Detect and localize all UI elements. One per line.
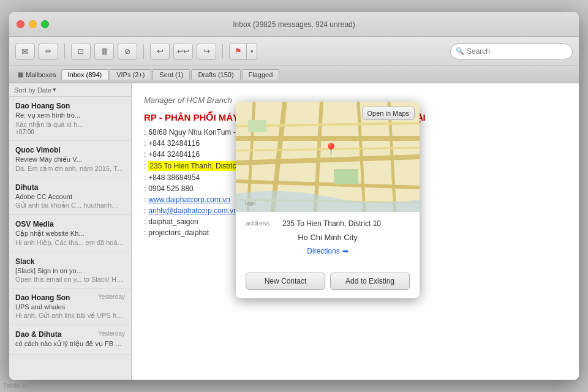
email-subject: Adobe CC Account xyxy=(15,193,125,200)
sort-arrow: ▾ xyxy=(53,86,56,94)
tab-drafts[interactable]: Drafts (150) xyxy=(191,69,240,80)
email-subject: Review Máy chiếu V... xyxy=(15,156,125,164)
list-item[interactable]: Yesterday Dao & Dihuta có cách nào xử lý… xyxy=(9,325,131,355)
email-body: Manager of HCM Branch RP - PHÂN PHỐI MÁY… xyxy=(132,83,579,380)
flag-icon: ⚑ xyxy=(230,43,247,60)
map-action-buttons: New Contact Add to Existing xyxy=(236,268,420,298)
email-sender: Slack xyxy=(15,257,125,266)
svg-rect-12 xyxy=(334,169,358,184)
email-date: Yesterday xyxy=(98,293,125,300)
main-content: Sort by Date ▾ Dao Hoang Son Re: vụ xem … xyxy=(9,83,579,380)
svg-text:Legal: Legal xyxy=(245,201,256,206)
list-item[interactable]: Quoc Vimobi Review Máy chiếu V... Da. Em… xyxy=(9,141,131,178)
list-item[interactable]: Dao Hoang Son Re: vụ xem hình tro... Xác… xyxy=(9,97,131,141)
website-link[interactable]: www.daiphatcorp.com.vn xyxy=(148,195,230,204)
search-bar[interactable]: 🔍 xyxy=(450,43,573,59)
map-popup: Legal Open in Maps 📍 address 235 To Hien… xyxy=(236,102,420,298)
mailboxes-grid-icon: ▦ xyxy=(18,71,23,78)
email-subject: có cách nào xử lý triệu đề vụ FB không..… xyxy=(15,340,125,348)
email-preview: Open this email on y... to Slack! Hello … xyxy=(15,276,125,283)
flag-dropdown-arrow[interactable]: ▾ xyxy=(247,43,257,60)
separator3 xyxy=(222,44,223,59)
email-preview: Xác nhận là quá xí h... xyxy=(15,121,125,129)
email-date: +07:00 xyxy=(15,129,125,135)
email-preview: Da. Em cảm ơn anh, năm 2015, Trần Mạn... xyxy=(15,165,125,173)
pencil-button[interactable]: ✏ xyxy=(39,43,58,60)
map-address-label: address xyxy=(246,219,276,228)
svg-rect-13 xyxy=(248,120,266,132)
list-item[interactable]: OSV Media Cập nhật website Kh... Hi anh … xyxy=(9,215,131,252)
tab-flagged[interactable]: Flagged xyxy=(242,69,280,80)
sort-bar[interactable]: Sort by Date ▾ xyxy=(9,83,131,97)
minimize-button[interactable] xyxy=(29,20,37,28)
email-subject: Re: vụ xem hình tro... xyxy=(15,111,125,119)
mailboxes-label: Mailboxes xyxy=(26,71,56,78)
email-date: Yesterday xyxy=(98,330,125,337)
window-title: Inbox (39825 messages, 924 unread) xyxy=(233,20,355,29)
toolbar: ✉ ✏ ⊡ 🗑 ⊘ ↩ ↩↩ ↪ ⚑ ▾ 🔍 xyxy=(9,37,579,66)
email-subject: Cập nhật website Kh... xyxy=(15,230,125,238)
directions-arrow-icon: ➡ xyxy=(342,247,349,255)
mailboxes-button[interactable]: ▦ Mailboxes xyxy=(14,70,60,80)
search-icon: 🔍 xyxy=(456,47,464,55)
map-city: Ho Chi Minh City xyxy=(246,233,410,242)
search-input[interactable] xyxy=(467,47,567,56)
email-subject: UPS and whales xyxy=(15,303,125,311)
email-list-sidebar: Sort by Date ▾ Dao Hoang Son Re: vụ xem … xyxy=(9,83,132,380)
map-area: Legal Open in Maps 📍 xyxy=(236,102,420,212)
list-item[interactable]: Dihuta Adobe CC Account Gửi anh tài khoả… xyxy=(9,178,131,215)
separator xyxy=(64,44,65,59)
separator2 xyxy=(143,44,144,59)
close-button[interactable] xyxy=(17,20,24,28)
tab-sent[interactable]: Sent (1) xyxy=(153,69,190,80)
tabbar: ▦ Mailboxes Inbox (894) VIPs (2+) Sent (… xyxy=(9,66,579,83)
new-contact-button[interactable]: New Contact xyxy=(246,273,325,290)
forward-button[interactable]: ↪ xyxy=(197,43,216,60)
flag-button[interactable]: ⚑ ▾ xyxy=(229,43,257,60)
traffic-lights xyxy=(17,20,49,28)
tab-vips[interactable]: VIPs (2+) xyxy=(110,69,151,80)
email-sender: Dao Hoang Son xyxy=(15,102,125,110)
mail-window: Inbox (39825 messages, 924 unread) ✉ ✏ ⊡… xyxy=(9,12,579,380)
watermark: Tinhte.vn xyxy=(3,382,28,389)
email-preview: Hi anh Hiệp, Các tha... em đã hoàn tất. … xyxy=(15,239,125,247)
email-subject: [Slack] Sign in on yo... xyxy=(15,267,125,274)
reply-all-button[interactable]: ↩↩ xyxy=(173,43,193,60)
map-directions-link[interactable]: Directions ➡ xyxy=(246,247,410,255)
compose-button[interactable]: ✉ xyxy=(15,43,35,60)
list-item[interactable]: Yesterday Dao Hoang Son UPS and whales H… xyxy=(9,288,131,325)
titlebar: Inbox (39825 messages, 924 unread) xyxy=(9,12,579,37)
email-preview: Hi anh, Gửi anh link bài về UPS http:// … xyxy=(15,312,125,320)
add-to-existing-button[interactable]: Add to Existing xyxy=(330,273,410,290)
tab-inbox[interactable]: Inbox (894) xyxy=(61,69,109,80)
map-address-row: address 235 To Hien Thanh, District 10 xyxy=(246,219,410,228)
maximize-button[interactable] xyxy=(41,20,49,28)
email-sender: Dihuta xyxy=(15,183,125,192)
map-info: address 235 To Hien Thanh, District 10 H… xyxy=(236,212,420,268)
open-in-maps-button[interactable]: Open in Maps xyxy=(362,107,415,120)
email-preview: Gửi anh tài khoản C... huuthanh@gmail.co… xyxy=(15,202,125,209)
email-link[interactable]: anhlv@daiphatcorp.com.vn xyxy=(148,206,238,215)
email-sender: Quoc Vimobi xyxy=(15,146,125,154)
map-pin: 📍 xyxy=(323,142,339,157)
email-sender: OSV Media xyxy=(15,220,125,228)
sort-label: Sort by Date xyxy=(14,86,51,94)
list-item[interactable]: Slack [Slack] Sign in on yo... Open this… xyxy=(9,252,131,288)
reply-button[interactable]: ↩ xyxy=(150,43,170,60)
map-address-value: 235 To Hien Thanh, District 10 xyxy=(282,219,381,228)
junk-button[interactable]: ⊘ xyxy=(118,43,137,60)
delete-button[interactable]: 🗑 xyxy=(94,43,114,60)
archive-button[interactable]: ⊡ xyxy=(71,43,91,60)
